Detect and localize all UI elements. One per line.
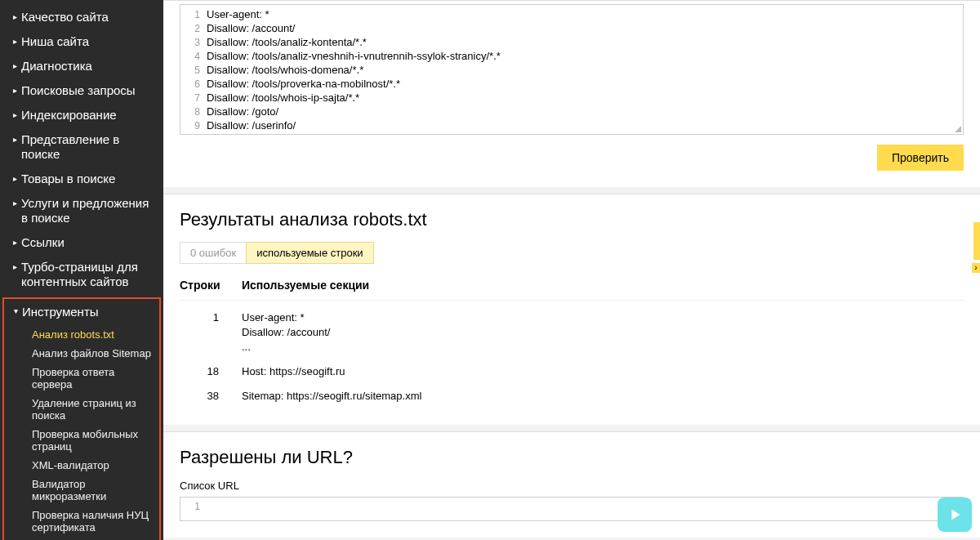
line-text: Disallow: /account/ [207, 22, 295, 34]
caret-icon: ▸ [13, 59, 20, 74]
tab-errors[interactable]: 0 ошибок [180, 242, 246, 264]
line-text: Disallow: /userinfo/ [207, 119, 296, 132]
sub-label: Проверка мобильных страниц [32, 428, 138, 453]
nav-label: Турбо-страницы для контентных сайтов [21, 260, 152, 289]
result-line-text: Disallow: /account/ [242, 325, 964, 340]
line-number: 8 [180, 106, 207, 118]
results-title: Результаты анализа robots.txt [163, 194, 980, 242]
nav-label: Ссылки [21, 235, 65, 250]
line-number: 4 [180, 51, 207, 62]
result-row: ... [180, 340, 964, 355]
nav-group-tools: ▾ Инструменты Анализ robots.txt Анализ ф… [2, 297, 161, 540]
line-text: Disallow: /tools/proverka-na-mobilnost/*… [207, 78, 400, 90]
sub-label: Проверка ответа сервера [32, 366, 114, 390]
result-line-text: Host: https://seogift.ru [242, 364, 964, 379]
result-line-number: 38 [180, 389, 242, 404]
robots-editor[interactable]: 1User-agent: *2Disallow: /account/3Disal… [180, 4, 964, 135]
editor-line: 5Disallow: /tools/whois-domena/*.* [180, 64, 963, 78]
sub-item-sitemap[interactable]: Анализ файлов Sitemap [4, 344, 159, 363]
url-title: Разрешены ли URL? [163, 432, 980, 480]
caret-icon: ▸ [13, 260, 20, 274]
line-number: 7 [180, 92, 207, 104]
result-group: 1User-agent: *Disallow: /account/... [180, 310, 964, 355]
nav-item-niche[interactable]: ▸Ниша сайта [0, 29, 163, 54]
result-row: Disallow: /account/ [180, 325, 964, 340]
nav-label: Представление в поиске [21, 132, 152, 162]
result-row: 18Host: https://seogift.ru [180, 364, 964, 379]
check-button[interactable]: Проверить [877, 145, 964, 171]
side-feedback-caret-icon[interactable]: › [972, 263, 980, 273]
nav-label: Услуги и предложения в поиске [21, 196, 152, 225]
result-line-text: User-agent: * [242, 310, 964, 325]
line-number: 2 [180, 23, 207, 34]
sub-label: XML-валидатор [32, 459, 109, 471]
tab-used-lines[interactable]: используемые строки [246, 242, 374, 264]
nav-item-links[interactable]: ▸Ссылки [0, 230, 163, 255]
sub-item-remove-pages[interactable]: Удаление страниц из поиска [4, 394, 159, 425]
editor-line: 2Disallow: /account/ [180, 22, 963, 36]
chat-fab[interactable] [938, 498, 972, 532]
nav-item-search-queries[interactable]: ▸Поисковые запросы [0, 78, 163, 103]
nav-item-services[interactable]: ▸Услуги и предложения в поиске [0, 191, 163, 230]
line-text: Disallow: /tools/whois-ip-sajta/*.* [207, 91, 359, 104]
editor-line: 9Disallow: /userinfo/ [180, 119, 963, 133]
sub-item-server-response[interactable]: Проверка ответа сервера [4, 363, 159, 394]
url-list-editor[interactable]: 1 [180, 497, 964, 521]
nav-label: Инструменты [22, 305, 99, 319]
editor-line: 6Disallow: /tools/proverka-na-mobilnost/… [180, 78, 963, 91]
play-icon [946, 506, 964, 524]
nav-item-diagnostics[interactable]: ▸Диагностика [0, 54, 163, 78]
nav-label: Поисковые запросы [21, 83, 136, 98]
caret-icon: ▸ [13, 108, 20, 123]
line-number: 1 [180, 9, 207, 20]
sub-item-mobile-check[interactable]: Проверка мобильных страниц [4, 425, 159, 456]
panel-robots-editor: 1User-agent: *2Disallow: /account/3Disal… [163, 0, 980, 187]
nav-label: Товары в поиске [21, 172, 115, 186]
nav-item-products[interactable]: ▸Товары в поиске [0, 167, 163, 191]
editor-line: 3Disallow: /tools/analiz-kontenta/*.* [180, 36, 963, 50]
result-line-number: 18 [180, 364, 242, 379]
caret-icon: ▸ [13, 83, 20, 98]
sidebar: ▸Качество сайта ▸Ниша сайта ▸Диагностика… [0, 0, 163, 540]
sub-item-nuts-cert[interactable]: Проверка наличия НУЦ сертификата [4, 506, 159, 537]
caret-icon: ▸ [13, 172, 20, 186]
caret-icon: ▸ [13, 132, 20, 147]
side-feedback-tab[interactable] [973, 222, 980, 260]
caret-down-icon: ▾ [14, 304, 20, 319]
nav-item-indexing[interactable]: ▸Индексирование [0, 103, 163, 127]
panel-url-check: Разрешены ли URL? Список URL 1 [163, 431, 980, 538]
sub-label: Проверка наличия НУЦ сертификата [32, 509, 149, 533]
sub-item-robots[interactable]: Анализ robots.txt [4, 325, 159, 344]
nav-label: Качество сайта [21, 10, 109, 25]
results-col-sections: Используемые секции [242, 279, 964, 292]
nav-item-appearance[interactable]: ▸Представление в поиске [0, 127, 163, 167]
sub-label: Валидатор микроразметки [32, 478, 106, 502]
nav-item-turbo[interactable]: ▸Турбо-страницы для контентных сайтов [0, 255, 163, 294]
resize-handle-icon[interactable] [953, 124, 961, 132]
nav-item-quality[interactable]: ▸Качество сайта [0, 5, 163, 29]
sub-item-microdata[interactable]: Валидатор микроразметки [4, 475, 159, 506]
editor-line: 1User-agent: * [180, 8, 963, 22]
nav-label: Индексирование [21, 108, 117, 123]
sub-label: Анализ robots.txt [32, 328, 114, 341]
results-tabs: 0 ошибок используемые строки [163, 242, 980, 264]
sub-label: Удаление страниц из поиска [32, 397, 136, 422]
editor-line: 4Disallow: /tools/analiz-vneshnih-i-vnut… [180, 50, 963, 64]
results-table: Строки Используемые секции 1User-agent: … [163, 264, 980, 404]
result-row: 38Sitemap: https://seogift.ru/sitemap.xm… [180, 389, 964, 404]
line-text: Disallow: /tools/whois-domena/*.* [207, 64, 363, 76]
nav-item-tools[interactable]: ▾ Инструменты [4, 299, 159, 324]
result-row: 1User-agent: * [180, 310, 964, 325]
caret-icon: ▸ [13, 10, 20, 25]
result-line-number: 1 [180, 310, 242, 325]
url-line-number: 1 [180, 501, 207, 512]
url-list-label: Список URL [180, 480, 964, 497]
caret-icon: ▸ [13, 235, 20, 250]
line-number: 6 [180, 78, 207, 90]
results-col-lines: Строки [180, 279, 242, 292]
editor-line: 7Disallow: /tools/whois-ip-sajta/*.* [180, 91, 963, 105]
result-line-text: Sitemap: https://seogift.ru/sitemap.xml [242, 389, 964, 404]
sub-item-xml-validator[interactable]: XML-валидатор [4, 456, 159, 475]
line-text: User-agent: * [207, 8, 270, 20]
result-line-text: ... [242, 340, 964, 355]
